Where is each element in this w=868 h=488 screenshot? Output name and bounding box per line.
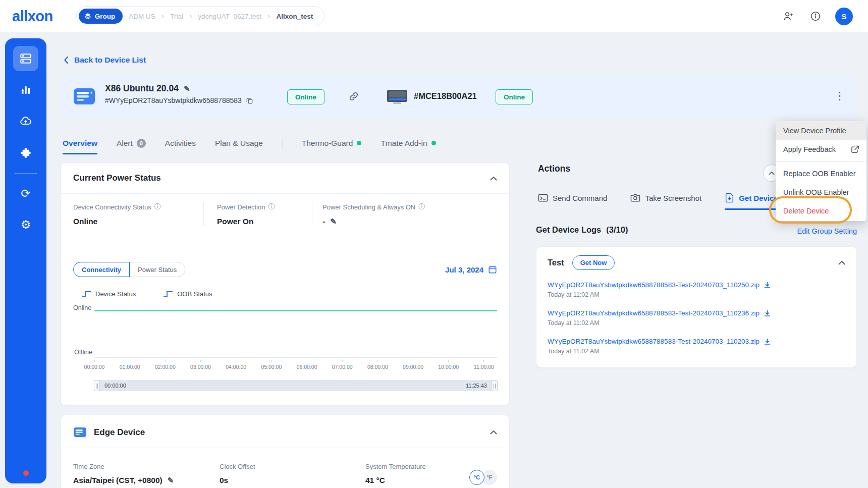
oob-enabler-id: #MCE18B00A21 bbox=[414, 91, 477, 101]
slider-handle-right[interactable] bbox=[492, 380, 498, 391]
temperature-unit-toggle: °C °F bbox=[469, 470, 497, 485]
send-command-button[interactable]: Send Command bbox=[538, 193, 607, 210]
invite-user-icon[interactable] bbox=[781, 9, 796, 24]
cloud-upload-icon bbox=[19, 115, 32, 128]
log-file-link[interactable]: WYyEpOR2T8auYsbwtpkdkw6588788583-Test-20… bbox=[548, 338, 845, 345]
topbar: allxon Group ADM US › Trial › ydengUAT_0… bbox=[0, 0, 868, 32]
sidebar-item-dashboard[interactable] bbox=[13, 77, 38, 102]
stat-connectivity-value: Online bbox=[73, 217, 97, 226]
allxon-logo[interactable]: allxon bbox=[12, 8, 53, 25]
sidebar-item-ota[interactable]: ⟳ bbox=[13, 181, 38, 206]
sidebar-item-plugins[interactable] bbox=[13, 140, 38, 165]
tab-thermo-guard[interactable]: Thermo-Guard bbox=[302, 133, 362, 154]
copy-icon[interactable] bbox=[246, 97, 253, 104]
tab-tmate-addin[interactable]: Tmate Add-in bbox=[381, 133, 436, 154]
edge-device-card: Edge Device Time Zone Asia/Taipei (CST, … bbox=[61, 415, 510, 488]
back-link-label: Back to Device List bbox=[74, 56, 146, 65]
tab-activities-label: Activities bbox=[165, 139, 196, 148]
more-options-icon[interactable]: ⋮ bbox=[833, 88, 847, 103]
sidebar-divider bbox=[15, 173, 37, 174]
breadcrumb: Group ADM US › Trial › ydengUAT_0627.tes… bbox=[76, 6, 324, 26]
edge-device-fields: Time Zone Asia/Taipei (CST, +0800) ✎ Clo… bbox=[73, 463, 497, 485]
breadcrumb-item-plan[interactable]: Trial bbox=[170, 13, 183, 20]
x-tick: 01:00:00 bbox=[116, 360, 143, 370]
breadcrumb-group-chip[interactable]: Group bbox=[79, 9, 123, 24]
tmate-status-dot bbox=[431, 141, 436, 145]
download-icon[interactable] bbox=[764, 338, 771, 345]
log-file-time: Today at 11:02 AM bbox=[548, 291, 845, 298]
menu-item-label: Unlink OOB Enabler bbox=[783, 188, 849, 196]
edit-power-scheduling-icon[interactable]: ✎ bbox=[330, 217, 337, 226]
info-icon[interactable]: ⓘ bbox=[418, 202, 425, 211]
external-link-icon bbox=[851, 145, 859, 153]
tab-alert[interactable]: Alert 0 bbox=[117, 133, 146, 154]
current-power-status-card: Current Power Status Device Connectivity… bbox=[61, 162, 510, 406]
download-icon[interactable] bbox=[764, 310, 771, 317]
date-picker[interactable]: Jul 3, 2024 bbox=[445, 265, 497, 274]
sidebar-item-settings[interactable]: ⚙ bbox=[13, 212, 38, 237]
collapse-card-icon[interactable] bbox=[490, 176, 497, 181]
menu-item-unlink-oob-enabler[interactable]: Unlink OOB Enabler bbox=[776, 183, 866, 201]
log-file-link[interactable]: WYyEpOR2T8auYsbwtpkdkw6588788583-Test-20… bbox=[548, 309, 845, 317]
stat-power-detection-label: Power Detection bbox=[217, 203, 265, 211]
back-to-device-list-link[interactable]: Back to Device List bbox=[64, 56, 146, 65]
collapse-card-icon[interactable] bbox=[838, 260, 845, 265]
tab-activities[interactable]: Activities bbox=[165, 133, 196, 154]
breadcrumb-item-subgroup[interactable]: ydengUAT_0627.test bbox=[198, 13, 261, 20]
tab-overview[interactable]: Overview bbox=[63, 133, 97, 154]
list-item: WYyEpOR2T8auYsbwtpkdkw6588788583-Test-20… bbox=[548, 281, 845, 298]
download-icon[interactable] bbox=[764, 282, 771, 289]
y-axis-label-offline: Offline bbox=[74, 349, 92, 356]
info-icon[interactable]: ⓘ bbox=[268, 202, 275, 211]
edit-group-setting-link[interactable]: Edit Group Setting bbox=[797, 227, 857, 235]
card-divider bbox=[61, 193, 509, 194]
x-tick: 08:00:00 bbox=[364, 360, 391, 370]
clock-offset-label: Clock Offset bbox=[220, 463, 255, 470]
tab-plan-usage[interactable]: Plan & Usage bbox=[215, 133, 263, 154]
stat-power-detection-value: Power On bbox=[217, 217, 253, 226]
chart-controls: Connectivity Power Status Jul 3, 2024 bbox=[73, 262, 497, 277]
alert-count-badge: 0 bbox=[137, 139, 146, 148]
calendar-icon bbox=[488, 265, 497, 274]
device-logs-card: Test Get Now WYyEpOR2T8auYsbwtpkdkw65887… bbox=[536, 246, 857, 368]
log-file-name: WYyEpOR2T8auYsbwtpkdkw6588788583-Test-20… bbox=[548, 309, 760, 317]
take-screenshot-button[interactable]: Take Screenshot bbox=[630, 193, 701, 210]
chevron-left-icon bbox=[64, 56, 69, 64]
tab-alert-label: Alert bbox=[117, 139, 133, 148]
breadcrumb-item-current[interactable]: Allxon_test bbox=[276, 13, 313, 20]
breadcrumb-item-org[interactable]: ADM US bbox=[129, 13, 155, 20]
step-line-icon bbox=[163, 291, 173, 297]
menu-item-apply-feedback[interactable]: Apply Feedback bbox=[776, 140, 866, 158]
menu-item-replace-oob-enabler[interactable]: Replace OOB Enabler bbox=[776, 164, 866, 183]
x-axis-ticks: 00:00:00 01:00:00 02:00:00 03:00:00 04:0… bbox=[81, 360, 498, 370]
oob-enabler-thumbnail bbox=[386, 88, 408, 105]
slider-handle-left[interactable] bbox=[94, 380, 100, 391]
sidebar-item-devices[interactable] bbox=[13, 46, 38, 71]
menu-item-view-device-profile[interactable]: View Device Profile bbox=[776, 121, 866, 140]
device-header-card: X86 Ubuntu 20.04 ✎ #WYyEpOR2T8auYsbwtpkd… bbox=[61, 76, 857, 117]
sidebar-item-cloud[interactable] bbox=[13, 109, 38, 134]
unit-celsius-button[interactable]: °C bbox=[469, 470, 484, 485]
log-file-name: WYyEpOR2T8auYsbwtpkdkw6588788583-Test-20… bbox=[548, 281, 760, 289]
edit-time-zone-icon[interactable]: ✎ bbox=[168, 476, 174, 485]
device-status-line bbox=[94, 310, 497, 311]
menu-item-delete-device[interactable]: Delete Device bbox=[776, 201, 866, 220]
toggle-connectivity[interactable]: Connectivity bbox=[73, 262, 130, 277]
log-file-link[interactable]: WYyEpOR2T8auYsbwtpkdkw6588788583-Test-20… bbox=[548, 281, 845, 289]
x-tick: 07:00:00 bbox=[329, 360, 356, 370]
chart-mode-toggle: Connectivity Power Status bbox=[73, 262, 185, 277]
send-command-label: Send Command bbox=[553, 194, 607, 202]
avatar[interactable]: S bbox=[835, 8, 853, 25]
edit-device-name-icon[interactable]: ✎ bbox=[184, 84, 190, 93]
device-options-menu: View Device Profile Apply Feedback Repla… bbox=[776, 121, 866, 221]
device-status-badge: Online bbox=[287, 89, 324, 104]
collapse-card-icon[interactable] bbox=[490, 430, 497, 435]
toggle-power-status[interactable]: Power Status bbox=[130, 262, 185, 277]
x-tick: 06:00:00 bbox=[293, 360, 320, 370]
info-icon[interactable]: ⓘ bbox=[154, 202, 161, 211]
info-icon[interactable] bbox=[808, 9, 823, 24]
system-temperature-value: 41 °C bbox=[365, 476, 385, 485]
time-range-slider[interactable]: 00:00:00 11:25:43 bbox=[94, 380, 497, 391]
get-now-button[interactable]: Get Now bbox=[572, 255, 615, 270]
time-zone-label: Time Zone bbox=[73, 463, 104, 470]
